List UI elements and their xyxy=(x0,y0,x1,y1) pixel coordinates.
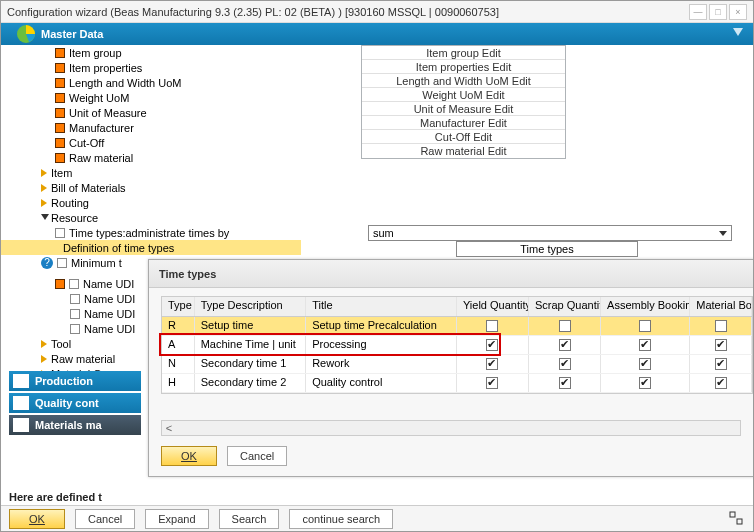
tree-item-routing[interactable]: Routing xyxy=(1,195,753,210)
time-types-button[interactable]: Time types xyxy=(456,241,638,257)
checkbox[interactable] xyxy=(715,358,727,370)
time-types-dialog: Time types Type Type Description Title Y… xyxy=(148,259,754,477)
checkbox[interactable] xyxy=(639,358,651,370)
scroll-left-icon[interactable]: < xyxy=(162,422,176,434)
svg-rect-1 xyxy=(730,512,735,517)
edit-link[interactable]: Length and Width UoM Edit xyxy=(362,74,565,88)
expand-icon[interactable] xyxy=(41,184,49,192)
edit-link[interactable]: Unit of Measure Edit xyxy=(362,102,565,116)
col-material[interactable]: Material Bo xyxy=(690,297,752,316)
edit-link[interactable]: Weight UoM Edit xyxy=(362,88,565,102)
section-quality[interactable]: Quality cont xyxy=(9,393,141,413)
quality-icon xyxy=(13,396,29,410)
checkbox-icon[interactable] xyxy=(70,324,80,334)
resize-icon[interactable] xyxy=(729,511,743,525)
minimize-button[interactable]: — xyxy=(689,4,707,20)
col-title[interactable]: Title xyxy=(306,297,457,316)
flag-icon xyxy=(55,63,65,73)
checkbox[interactable] xyxy=(486,377,498,389)
checkbox-icon[interactable] xyxy=(57,258,67,268)
checkbox-icon[interactable] xyxy=(69,279,79,289)
pie-icon xyxy=(15,23,39,45)
flag-icon xyxy=(55,123,65,133)
search-button[interactable]: Search xyxy=(219,509,280,529)
col-assembly[interactable]: Assembly Booking xyxy=(601,297,690,316)
time-types-select[interactable]: sum xyxy=(368,225,732,241)
checkbox[interactable] xyxy=(715,320,727,332)
tree-item-resource[interactable]: Resource xyxy=(1,210,753,225)
window-title: Configuration wizard (Beas Manufacturing… xyxy=(7,6,687,18)
flag-icon xyxy=(55,48,65,58)
checkbox-icon[interactable] xyxy=(55,228,65,238)
ok-button[interactable]: OK xyxy=(9,509,65,529)
flag-icon xyxy=(55,138,65,148)
tree-item-item[interactable]: Item xyxy=(1,165,753,180)
section-production[interactable]: Production xyxy=(9,371,141,391)
expand-icon[interactable] xyxy=(41,199,49,207)
checkbox[interactable] xyxy=(639,320,651,332)
flag-icon xyxy=(55,93,65,103)
flag-icon xyxy=(55,153,65,163)
collapse-icon[interactable] xyxy=(41,214,49,222)
expand-icon[interactable] xyxy=(41,169,49,177)
expand-icon[interactable] xyxy=(41,355,49,363)
section-header-master-data[interactable]: Master Data xyxy=(1,23,753,45)
checkbox[interactable] xyxy=(486,358,498,370)
materials-icon xyxy=(13,418,29,432)
checkbox[interactable] xyxy=(559,339,571,351)
status-text: Here are defined t xyxy=(9,491,102,503)
dialog-ok-button[interactable]: OK xyxy=(161,446,217,466)
production-icon xyxy=(13,374,29,388)
edit-link[interactable]: Cut-Off Edit xyxy=(362,130,565,144)
dialog-cancel-button[interactable]: Cancel xyxy=(227,446,287,466)
maximize-button[interactable]: □ xyxy=(709,4,727,20)
expand-icon[interactable] xyxy=(41,340,49,348)
collapse-icon xyxy=(733,28,743,36)
checkbox[interactable] xyxy=(559,358,571,370)
flag-icon xyxy=(55,279,65,289)
edit-link[interactable]: Manufacturer Edit xyxy=(362,116,565,130)
checkbox[interactable] xyxy=(639,339,651,351)
close-button[interactable]: × xyxy=(729,4,747,20)
col-scrap[interactable]: Scrap Quantity xyxy=(529,297,601,316)
col-desc[interactable]: Type Description xyxy=(195,297,306,316)
edit-link[interactable]: Item properties Edit xyxy=(362,60,565,74)
help-icon[interactable]: ? xyxy=(41,257,53,269)
edit-panel: Item group Edit Item properties Edit Len… xyxy=(361,45,566,159)
checkbox-icon[interactable] xyxy=(70,294,80,304)
continue-search-button[interactable]: continue search xyxy=(289,509,393,529)
section-materials[interactable]: Materials ma xyxy=(9,415,141,435)
table-row[interactable]: NSecondary time 1Rework xyxy=(162,355,752,374)
section-header-label: Master Data xyxy=(41,28,103,40)
checkbox[interactable] xyxy=(639,377,651,389)
dialog-title: Time types xyxy=(149,260,753,288)
expand-button[interactable]: Expand xyxy=(145,509,208,529)
horizontal-scrollbar[interactable]: < xyxy=(161,420,741,436)
checkbox[interactable] xyxy=(559,320,571,332)
titlebar: Configuration wizard (Beas Manufacturing… xyxy=(1,1,753,23)
time-types-grid: Type Type Description Title Yield Quanti… xyxy=(161,296,753,394)
grid-header: Type Type Description Title Yield Quanti… xyxy=(162,297,752,317)
flag-icon xyxy=(55,78,65,88)
table-row[interactable]: RSetup timeSetup time Precalculation xyxy=(162,317,752,336)
col-type[interactable]: Type xyxy=(162,297,195,316)
checkbox[interactable] xyxy=(486,320,498,332)
chevron-down-icon xyxy=(719,231,727,236)
svg-rect-2 xyxy=(737,519,742,524)
flag-icon xyxy=(55,108,65,118)
table-row[interactable]: HSecondary time 2Quality control xyxy=(162,374,752,393)
edit-link[interactable]: Raw material Edit xyxy=(362,144,565,158)
tree-item-bom[interactable]: Bill of Materials xyxy=(1,180,753,195)
edit-link[interactable]: Item group Edit xyxy=(362,46,565,60)
checkbox[interactable] xyxy=(715,339,727,351)
checkbox-icon[interactable] xyxy=(70,309,80,319)
cancel-button[interactable]: Cancel xyxy=(75,509,135,529)
bottom-toolbar: OK Cancel Expand Search continue search xyxy=(1,505,753,531)
checkbox[interactable] xyxy=(559,377,571,389)
checkbox[interactable] xyxy=(486,339,498,351)
table-row[interactable]: AMachine Time | unitProcessing xyxy=(162,336,752,355)
col-yield[interactable]: Yield Quantity xyxy=(457,297,529,316)
tree-item-definition[interactable]: Definition of time types xyxy=(1,240,301,255)
checkbox[interactable] xyxy=(715,377,727,389)
